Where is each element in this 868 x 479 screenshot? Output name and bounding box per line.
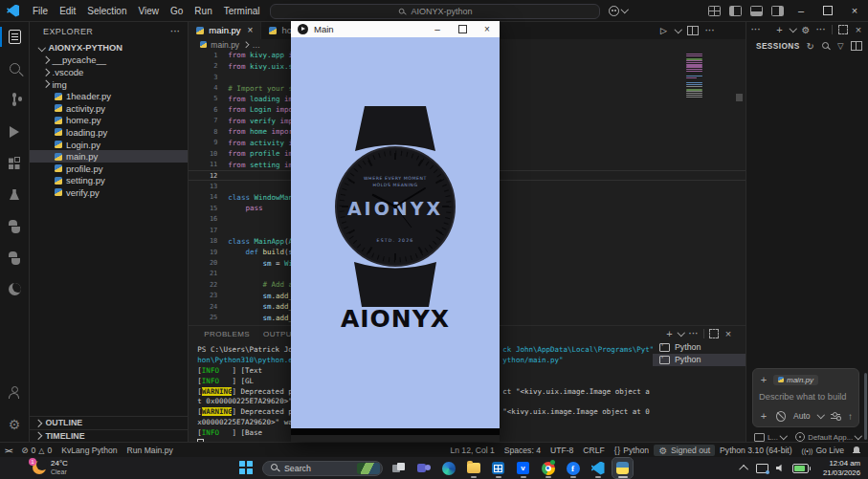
facebook-taskbar-icon[interactable]: f <box>563 458 583 478</box>
scrollbar[interactable] <box>864 373 867 440</box>
menu-edit[interactable]: Edit <box>54 6 81 16</box>
minimap[interactable] <box>686 54 711 98</box>
chevron-down-icon[interactable] <box>789 25 796 33</box>
explorer-icon[interactable] <box>0 21 29 53</box>
kvlang-status[interactable]: KvLang Python <box>56 446 122 455</box>
explorer-item-1header-py[interactable]: 1header.py <box>30 90 188 102</box>
battery-icon[interactable] <box>792 464 809 473</box>
attach-icon[interactable] <box>759 410 768 422</box>
more-icon[interactable] <box>816 24 826 35</box>
menu-file[interactable]: File <box>27 6 54 16</box>
explorer-item-activity-py[interactable]: activity.py <box>30 102 188 115</box>
toggle-secondary-sidebar-icon[interactable] <box>771 6 784 16</box>
kivy-minimize-button[interactable]: – <box>425 21 450 37</box>
sidebar-section-outline[interactable]: OUTLINE <box>30 416 188 429</box>
start-button[interactable] <box>236 458 256 478</box>
vscode-taskbar-icon[interactable] <box>588 458 608 478</box>
cursor-position[interactable]: Ln 12, Col 1 <box>445 446 499 455</box>
search-icon[interactable] <box>0 53 29 84</box>
python-interpreter[interactable]: Python 3.10 (64-bit) <box>715 446 796 455</box>
scm-icon[interactable] <box>0 84 29 116</box>
split-view-icon[interactable] <box>851 41 862 51</box>
menu-go[interactable]: Go <box>165 6 189 16</box>
device-selector[interactable]: L... <box>768 433 778 442</box>
explorer-item-loading-py[interactable]: loading.py <box>30 126 188 139</box>
explorer-taskbar-icon[interactable] <box>463 458 483 478</box>
breadcrumb-more[interactable]: … <box>253 40 261 50</box>
refresh-icon[interactable] <box>806 40 815 52</box>
flask-icon[interactable] <box>0 179 29 210</box>
explorer-more-icon[interactable] <box>170 26 180 37</box>
terminal-more-icon[interactable] <box>689 328 699 339</box>
taskview-taskbar-icon[interactable] <box>389 458 409 478</box>
menu-selection[interactable]: Selection <box>81 6 132 16</box>
chrome-taskbar-icon[interactable] <box>538 458 558 478</box>
menu-run[interactable]: Run <box>189 6 217 16</box>
ext-icon[interactable] <box>0 147 29 179</box>
menu-terminal[interactable]: Terminal <box>218 6 266 16</box>
close-panel-icon[interactable] <box>723 328 733 339</box>
taskbar-search[interactable]: Search <box>262 461 383 476</box>
settings-icon[interactable]: ⚙ <box>0 408 29 440</box>
ai-chat-input[interactable]: main.py Describe what to build Auto ↑ <box>752 368 859 427</box>
context-chip[interactable]: main.py <box>773 375 818 385</box>
close-button[interactable]: × <box>841 0 868 21</box>
copilot-button[interactable] <box>606 4 631 17</box>
debug-icon[interactable] <box>0 116 29 147</box>
kivy-close-button[interactable]: × <box>475 21 500 37</box>
explorer-item-img[interactable]: img <box>30 78 188 91</box>
maximize-icon[interactable] <box>838 25 848 34</box>
encoding[interactable]: UTF-8 <box>545 446 578 455</box>
toggle-sidebar-icon[interactable] <box>729 6 742 16</box>
language-mode[interactable]: { }Python <box>610 446 654 455</box>
breadcrumb-file[interactable]: main.py <box>211 40 239 50</box>
menu-view[interactable]: View <box>133 6 166 16</box>
customize-layout-icon[interactable] <box>708 6 721 16</box>
kivy-titlebar[interactable]: Main – × <box>291 21 500 37</box>
model-selector[interactable]: Auto <box>793 411 811 421</box>
explorer-item-main-py[interactable]: main.py <box>30 150 188 163</box>
moon-icon[interactable] <box>0 273 29 305</box>
send-icon[interactable]: ↑ <box>848 411 853 422</box>
python-taskbar-icon[interactable] <box>612 458 633 478</box>
run-task-status[interactable]: Run Main.py <box>122 446 178 455</box>
tab-main-py[interactable]: main.py × <box>189 21 261 39</box>
split-editor-icon[interactable] <box>687 26 699 35</box>
kivy-main-window[interactable]: Main – × WHERE EVERY MOMENT HOLDS MEANIN… <box>291 21 500 442</box>
explorer-root[interactable]: AIONYX-PYTHON <box>30 42 188 54</box>
new-session-icon[interactable] <box>775 24 785 35</box>
close-icon[interactable] <box>854 24 863 35</box>
panel-more-icon[interactable] <box>751 24 761 35</box>
explorer-item-verify-py[interactable]: verify.py <box>30 186 188 199</box>
explorer-item-login-py[interactable]: Login.py <box>30 139 188 151</box>
settings-gear-icon[interactable] <box>801 24 811 35</box>
teams-taskbar-icon[interactable] <box>413 458 434 478</box>
remote-indicator[interactable]: >< <box>0 446 16 455</box>
search-sessions-icon[interactable] <box>821 41 831 52</box>
python-icon[interactable] <box>0 210 29 242</box>
kivy-maximize-button[interactable] <box>450 21 475 37</box>
tools-icon[interactable] <box>831 412 840 421</box>
run-dropdown-icon[interactable] <box>674 26 681 33</box>
add-context-icon[interactable] <box>759 374 768 385</box>
display-tray-icon[interactable] <box>756 464 768 473</box>
eol-sequence[interactable]: CRLF <box>578 446 609 455</box>
weather-widget[interactable]: 1 24°CClear <box>33 459 68 476</box>
taskbar-clock[interactable]: 12:04 am 21/03/2026 <box>823 459 860 477</box>
maximize-panel-icon[interactable] <box>709 329 719 338</box>
explorer-item--vscode[interactable]: .vscode <box>30 66 188 78</box>
signed-out-status[interactable]: Signed out <box>654 445 715 456</box>
explorer-item-__pycache__[interactable]: __pycache__ <box>30 54 188 67</box>
go-live-button[interactable]: Go Live <box>797 446 849 455</box>
explorer-item-home-py[interactable]: home.py <box>30 115 188 127</box>
explorer-item-profile-py[interactable]: profile.py <box>30 163 188 175</box>
editor-scrollbar[interactable] <box>736 94 743 101</box>
problems-indicator[interactable]: 0 0 <box>16 446 56 455</box>
dropbox-taskbar-icon[interactable]: v <box>513 458 533 478</box>
notifications-bell-icon[interactable] <box>853 446 860 454</box>
tray-overflow-icon[interactable] <box>739 465 748 474</box>
minimize-button[interactable]: – <box>788 0 814 21</box>
edge-taskbar-icon[interactable] <box>438 458 458 478</box>
terminal-instance-python[interactable]: Python <box>653 341 746 354</box>
account-icon[interactable] <box>0 377 29 408</box>
